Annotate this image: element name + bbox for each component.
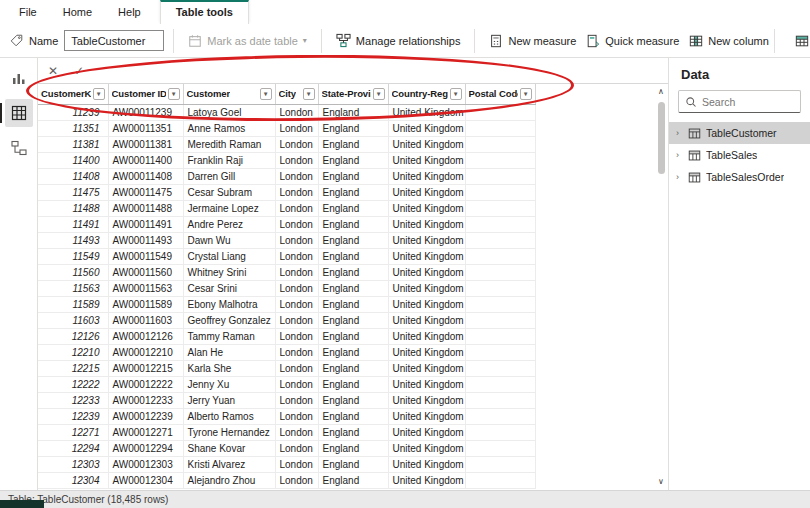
table-cell[interactable]: England	[318, 296, 388, 312]
table-cell[interactable]: 11491	[38, 216, 108, 232]
table-cell[interactable]: 12126	[38, 328, 108, 344]
table-cell[interactable]: England	[318, 312, 388, 328]
table-cell[interactable]: Meredith Raman	[183, 136, 275, 152]
table-cell[interactable]: United Kingdom	[388, 200, 465, 216]
table-cell[interactable]	[465, 328, 535, 344]
table-cell[interactable]: London	[275, 440, 318, 456]
table-cell[interactable]: London	[275, 232, 318, 248]
table-cell[interactable]: England	[318, 104, 388, 120]
table-cell[interactable]	[465, 104, 535, 120]
table-cell[interactable]: United Kingdom	[388, 440, 465, 456]
table-cell[interactable]: AW00012294	[108, 440, 183, 456]
table-cell[interactable]: Alejandro Zhou	[183, 472, 275, 488]
table-cell[interactable]	[465, 200, 535, 216]
table-cell[interactable]: Dawn Wu	[183, 232, 275, 248]
table-cell[interactable]: United Kingdom	[388, 296, 465, 312]
table-cell[interactable]: United Kingdom	[388, 248, 465, 264]
table-cell[interactable]: 11400	[38, 152, 108, 168]
filter-dropdown-icon[interactable]: ▾	[520, 88, 532, 100]
table-cell[interactable]: England	[318, 232, 388, 248]
table-cell[interactable]: AW00012222	[108, 376, 183, 392]
table-cell[interactable]	[465, 456, 535, 472]
table-row[interactable]: 12294AW00012294Shane KovarLondonEnglandU…	[38, 440, 535, 456]
vertical-scrollbar[interactable]: ∧ ∨	[654, 84, 668, 490]
column-header[interactable]: Country-Region▾	[388, 84, 465, 104]
menu-home[interactable]: Home	[50, 1, 105, 24]
field-item-tablecustomer[interactable]: ›TableCustomer	[669, 122, 810, 144]
table-cell[interactable]: AW00011351	[108, 120, 183, 136]
table-cell[interactable]: London	[275, 200, 318, 216]
table-cell[interactable]: England	[318, 440, 388, 456]
table-cell[interactable]: Jerry Yuan	[183, 392, 275, 408]
table-cell[interactable]: England	[318, 136, 388, 152]
table-cell[interactable]: Franklin Raji	[183, 152, 275, 168]
table-cell[interactable]: 11563	[38, 280, 108, 296]
column-header[interactable]: State-Province▾	[318, 84, 388, 104]
tab-table-tools[interactable]: Table tools	[160, 0, 249, 24]
table-cell[interactable]: London	[275, 152, 318, 168]
table-cell[interactable]: 11381	[38, 136, 108, 152]
expand-chevron-icon[interactable]: ›	[676, 150, 683, 160]
table-cell[interactable]: AW00011560	[108, 264, 183, 280]
table-row[interactable]: 11400AW00011400Franklin RajiLondonEnglan…	[38, 152, 535, 168]
mark-as-date-table-button[interactable]: Mark as date table ▾	[183, 30, 312, 52]
table-cell[interactable]: 11475	[38, 184, 108, 200]
table-cell[interactable]: London	[275, 360, 318, 376]
table-cell[interactable]: London	[275, 408, 318, 424]
table-cell[interactable]: Tyrone Hernandez	[183, 424, 275, 440]
table-cell[interactable]: Kristi Alvarez	[183, 456, 275, 472]
table-cell[interactable]: 11493	[38, 232, 108, 248]
table-cell[interactable]: United Kingdom	[388, 472, 465, 488]
table-cell[interactable]: London	[275, 424, 318, 440]
table-cell[interactable]: Alan He	[183, 344, 275, 360]
table-cell[interactable]: England	[318, 264, 388, 280]
table-cell[interactable]: England	[318, 344, 388, 360]
table-row[interactable]: 11491AW00011491Andre PerezLondonEnglandU…	[38, 216, 535, 232]
table-cell[interactable]: AW00012210	[108, 344, 183, 360]
scroll-up-icon[interactable]: ∧	[658, 88, 664, 96]
table-cell[interactable]: AW00011493	[108, 232, 183, 248]
table-cell[interactable]: 11351	[38, 120, 108, 136]
table-cell[interactable]	[465, 360, 535, 376]
table-row[interactable]: 11381AW00011381Meredith RamanLondonEngla…	[38, 136, 535, 152]
table-cell[interactable]: London	[275, 216, 318, 232]
column-header[interactable]: CustomerKey▾	[38, 84, 108, 104]
table-cell[interactable]: Ebony Malhotra	[183, 296, 275, 312]
commit-icon[interactable]: ✓	[74, 64, 84, 78]
table-cell[interactable]	[465, 424, 535, 440]
report-view-button[interactable]	[5, 64, 33, 92]
table-row[interactable]: 12215AW00012215Karla SheLondonEnglandUni…	[38, 360, 535, 376]
table-cell[interactable]: AW00011408	[108, 168, 183, 184]
table-cell[interactable]: London	[275, 248, 318, 264]
table-cell[interactable]	[465, 312, 535, 328]
table-row[interactable]: 12233AW00012233Jerry YuanLondonEnglandUn…	[38, 392, 535, 408]
table-cell[interactable]: AW00011491	[108, 216, 183, 232]
table-cell[interactable]	[465, 376, 535, 392]
table-cell[interactable]: London	[275, 376, 318, 392]
table-row[interactable]: 11549AW00011549Crystal LiangLondonEnglan…	[38, 248, 535, 264]
table-cell[interactable]: 12222	[38, 376, 108, 392]
table-cell[interactable]: Whitney Srini	[183, 264, 275, 280]
table-cell[interactable]: United Kingdom	[388, 264, 465, 280]
new-measure-button[interactable]: New measure	[484, 30, 581, 52]
table-cell[interactable]: United Kingdom	[388, 456, 465, 472]
cancel-icon[interactable]: ✕	[48, 64, 58, 78]
table-cell[interactable]: London	[275, 280, 318, 296]
table-cell[interactable]: AW00012126	[108, 328, 183, 344]
menu-help[interactable]: Help	[105, 1, 154, 24]
table-cell[interactable]: United Kingdom	[388, 376, 465, 392]
table-row[interactable]: 11560AW00011560Whitney SriniLondonEnglan…	[38, 264, 535, 280]
table-cell[interactable]: Anne Ramos	[183, 120, 275, 136]
table-cell[interactable]: England	[318, 376, 388, 392]
table-cell[interactable]: United Kingdom	[388, 328, 465, 344]
table-cell[interactable]: England	[318, 328, 388, 344]
filter-dropdown-icon[interactable]: ▾	[260, 88, 272, 100]
table-cell[interactable]: London	[275, 264, 318, 280]
expand-chevron-icon[interactable]: ›	[676, 172, 683, 182]
table-cell[interactable]: England	[318, 472, 388, 488]
table-cell[interactable]: England	[318, 152, 388, 168]
table-cell[interactable]	[465, 408, 535, 424]
table-cell[interactable]: Geoffrey Gonzalez	[183, 312, 275, 328]
table-cell[interactable]: Tammy Raman	[183, 328, 275, 344]
table-cell[interactable]: England	[318, 248, 388, 264]
